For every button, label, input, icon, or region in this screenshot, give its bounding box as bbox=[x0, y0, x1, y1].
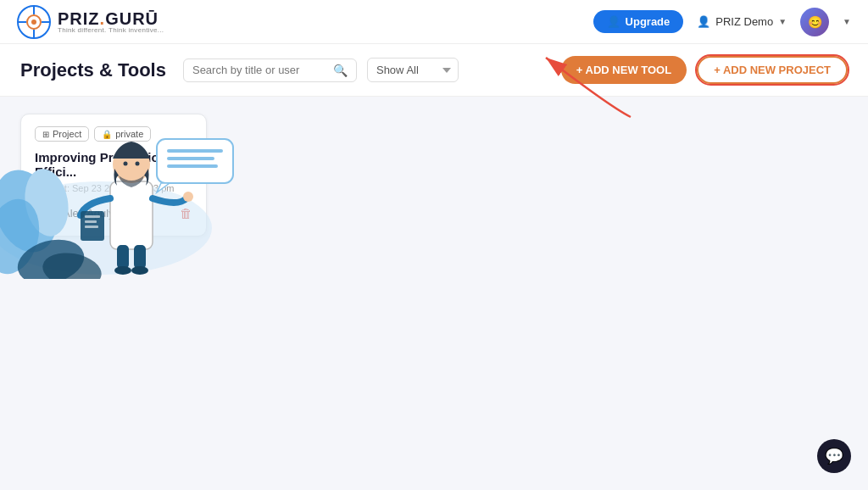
svg-rect-22 bbox=[85, 226, 98, 228]
add-project-button[interactable]: + ADD NEW PROJECT bbox=[697, 56, 848, 84]
illustration bbox=[0, 58, 271, 270]
logo-text: PRIZ.GURŪ Think different. Think inventi… bbox=[58, 10, 164, 34]
svg-rect-14 bbox=[110, 181, 153, 249]
illustration-svg bbox=[0, 58, 271, 279]
svg-rect-29 bbox=[134, 245, 146, 269]
search-icon: 🔍 bbox=[333, 64, 348, 77]
user-menu[interactable]: 👤 PRIZ Demo ▼ bbox=[697, 15, 787, 28]
svg-point-2 bbox=[31, 19, 36, 25]
logo-name: PRIZ.GURŪ bbox=[58, 10, 164, 27]
svg-point-18 bbox=[183, 192, 193, 202]
svg-point-30 bbox=[114, 266, 131, 275]
svg-rect-23 bbox=[157, 139, 233, 183]
user-icon: 👤 bbox=[697, 15, 710, 28]
avatar[interactable]: 😊 bbox=[800, 8, 829, 36]
svg-rect-21 bbox=[85, 220, 97, 223]
svg-point-16 bbox=[124, 162, 128, 166]
chevron-down-icon: ▼ bbox=[778, 17, 787, 26]
svg-rect-27 bbox=[167, 164, 218, 168]
avatar-icon: 😊 bbox=[808, 15, 822, 29]
filter-dropdown[interactable]: Show All My Projects Shared bbox=[367, 58, 459, 82]
logo-icon bbox=[17, 5, 51, 39]
header-right: 👤 Upgrade 👤 PRIZ Demo ▼ 😊 ▼ bbox=[593, 8, 851, 36]
upgrade-icon: 👤 bbox=[607, 15, 620, 28]
svg-rect-28 bbox=[117, 245, 129, 269]
svg-rect-25 bbox=[167, 149, 223, 153]
svg-point-31 bbox=[131, 266, 148, 275]
chat-widget[interactable]: 💬 bbox=[817, 439, 851, 473]
upgrade-label: Upgrade bbox=[626, 15, 670, 28]
add-tool-button[interactable]: + ADD NEW TOOL bbox=[561, 56, 687, 84]
add-tool-label: + ADD NEW TOOL bbox=[576, 64, 671, 76]
avatar-chevron-icon: ▼ bbox=[843, 17, 851, 26]
logo-tagline: Think different. Think inventive... bbox=[58, 27, 164, 34]
svg-rect-26 bbox=[167, 157, 214, 160]
user-name: PRIZ Demo bbox=[715, 15, 773, 28]
logo: PRIZ.GURŪ Think different. Think inventi… bbox=[17, 5, 164, 39]
add-project-label: + ADD NEW PROJECT bbox=[714, 64, 831, 76]
header: PRIZ.GURŪ Think different. Think inventi… bbox=[0, 0, 868, 44]
upgrade-button[interactable]: 👤 Upgrade bbox=[593, 10, 684, 33]
svg-point-17 bbox=[136, 162, 140, 166]
svg-rect-20 bbox=[85, 215, 100, 218]
chat-icon: 💬 bbox=[825, 447, 843, 465]
content-area: ⊞ Project 🔒 private Improving Production… bbox=[0, 97, 868, 253]
